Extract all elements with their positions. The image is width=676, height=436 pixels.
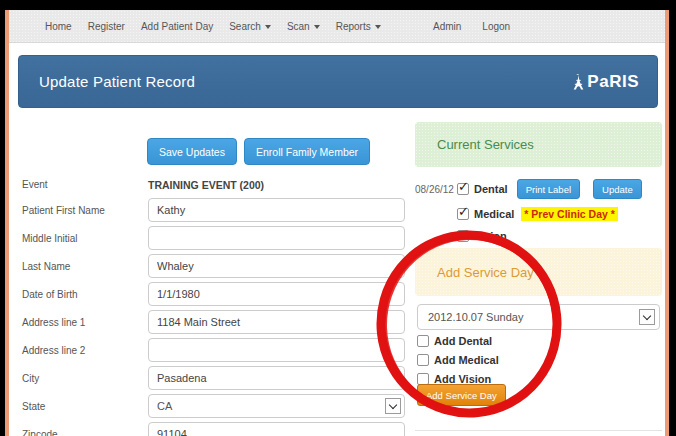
- print-label-button[interactable]: Print Label: [517, 179, 580, 199]
- add-service-options: Add DentalAdd MedicalAdd Vision: [417, 332, 499, 389]
- eiffel-tower-icon: [572, 74, 585, 91]
- service-day-select[interactable]: 2012.10.07 Sunday: [417, 304, 660, 330]
- form-row-last-name: Last Name: [22, 254, 414, 278]
- action-buttons: Save Updates Enroll Family Member: [147, 138, 370, 165]
- nav-item-add-patient-day[interactable]: Add Patient Day: [141, 21, 213, 32]
- nav-item-reports[interactable]: Reports: [336, 21, 381, 32]
- chevron-down-icon[interactable]: [639, 309, 655, 325]
- event-value: TRAINING EVENT (200): [148, 179, 264, 191]
- address-line-2-input[interactable]: [148, 338, 405, 362]
- patient-form: Event TRAINING EVENT (200) Patient First…: [22, 176, 414, 436]
- add-service-day-panel: Add Service Day: [415, 248, 662, 296]
- option-label: Add Dental: [434, 335, 492, 347]
- add-medical-checkbox[interactable]: [417, 354, 429, 366]
- state-select[interactable]: CA: [148, 394, 405, 418]
- chevron-down-icon: [265, 25, 271, 29]
- section-divider: [415, 430, 662, 431]
- chevron-down-icon[interactable]: [385, 398, 401, 414]
- nav-item-admin[interactable]: Admin: [433, 21, 461, 32]
- zipcode-input[interactable]: [148, 422, 405, 436]
- service-label: Medical: [474, 208, 514, 220]
- form-row-middle-initial: Middle Initial: [22, 226, 414, 250]
- form-row-state: StateCA: [22, 394, 414, 418]
- service-day-select-value: 2012.10.07 Sunday: [428, 311, 523, 323]
- form-row-zipcode: Zipcode: [22, 422, 414, 436]
- chevron-down-icon: [314, 25, 320, 29]
- service-label: Dental: [474, 183, 508, 195]
- nav-item-scan[interactable]: Scan: [287, 21, 320, 32]
- field-label: State: [22, 401, 148, 412]
- vision-checkbox[interactable]: [457, 230, 469, 242]
- form-rows: Patient First NameMiddle InitialLast Nam…: [22, 198, 414, 436]
- form-row-city: City: [22, 366, 414, 390]
- add-dental-checkbox[interactable]: [417, 335, 429, 347]
- service-row-vision: Vision: [415, 226, 507, 246]
- brand-logo: PaRIS: [572, 72, 639, 92]
- service-label: Vision: [474, 230, 507, 242]
- brand-text: PaRIS: [587, 72, 639, 92]
- form-row-address-line-1: Address line 1: [22, 310, 414, 334]
- field-label: Address line 2: [22, 345, 148, 356]
- page-frame: HomeRegisterAdd Patient DaySearchScanRep…: [5, 10, 669, 436]
- form-row-address-line-2: Address line 2: [22, 338, 414, 362]
- field-label: Patient First Name: [22, 205, 148, 216]
- option-row-add-dental: Add Dental: [417, 332, 499, 350]
- field-label: Zipcode: [22, 429, 148, 436]
- service-row-medical: Medical* Prev Clinic Day *: [415, 204, 618, 224]
- select-value: CA: [157, 400, 172, 412]
- page-header: Update Patient Record PaRIS: [18, 55, 658, 108]
- prev-clinic-day-note: * Prev Clinic Day *: [521, 207, 617, 221]
- save-updates-button[interactable]: Save Updates: [147, 138, 237, 165]
- current-services-title: Current Services: [437, 137, 534, 152]
- top-navbar: HomeRegisterAdd Patient DaySearchScanRep…: [9, 10, 665, 43]
- add-service-day-title: Add Service Day: [437, 265, 534, 280]
- patient-first-name-input[interactable]: [148, 198, 405, 222]
- event-label: Event: [22, 179, 148, 190]
- middle-initial-input[interactable]: [148, 226, 405, 250]
- event-row: Event TRAINING EVENT (200): [22, 176, 414, 193]
- address-line-1-input[interactable]: [148, 310, 405, 334]
- chevron-down-icon: [375, 25, 381, 29]
- nav-right: AdminLogon: [433, 10, 510, 42]
- last-name-input[interactable]: [148, 254, 405, 278]
- nav-item-label: Reports: [336, 21, 371, 32]
- nav-item-label: Register: [88, 21, 125, 32]
- page-title: Update Patient Record: [39, 73, 195, 90]
- field-label: Last Name: [22, 261, 148, 272]
- current-services-panel: Current Services: [415, 122, 662, 167]
- date-of-birth-input[interactable]: [148, 282, 405, 306]
- field-label: Middle Initial: [22, 233, 148, 244]
- option-label: Add Medical: [434, 354, 499, 366]
- form-row-date-of-birth: Date of Birth: [22, 282, 414, 306]
- dental-checkbox[interactable]: [457, 183, 469, 195]
- form-row-patient-first-name: Patient First Name: [22, 198, 414, 222]
- medical-checkbox[interactable]: [457, 208, 469, 220]
- service-date: 08/26/12: [415, 184, 457, 195]
- nav-item-label: Add Patient Day: [141, 21, 213, 32]
- field-label: City: [22, 373, 148, 384]
- nav-item-search[interactable]: Search: [229, 21, 271, 32]
- city-input[interactable]: [148, 366, 405, 390]
- nav-item-label: Search: [229, 21, 261, 32]
- service-row-dental: 08/26/12DentalPrint LabelUpdate: [415, 179, 642, 199]
- enroll-family-member-button[interactable]: Enroll Family Member: [244, 138, 370, 165]
- field-label: Address line 1: [22, 317, 148, 328]
- field-label: Date of Birth: [22, 289, 148, 300]
- option-row-add-medical: Add Medical: [417, 351, 499, 369]
- nav-item-home[interactable]: Home: [45, 21, 72, 32]
- nav-item-logon[interactable]: Logon: [482, 21, 510, 32]
- nav-item-register[interactable]: Register: [88, 21, 125, 32]
- add-service-day-button[interactable]: Add Service Day: [417, 384, 506, 406]
- nav-item-label: Scan: [287, 21, 310, 32]
- update-button[interactable]: Update: [593, 179, 642, 199]
- nav-item-label: Home: [45, 21, 72, 32]
- nav-left: HomeRegisterAdd Patient DaySearchScanRep…: [45, 10, 381, 42]
- nav-item-label: Logon: [482, 21, 510, 32]
- nav-item-label: Admin: [433, 21, 461, 32]
